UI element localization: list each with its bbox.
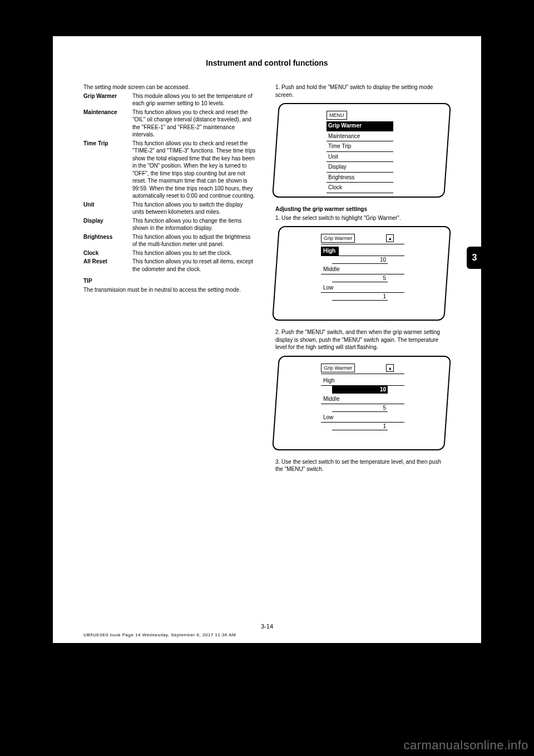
adjust-step-2: 2. Push the "MENU" switch, and then when… [275, 328, 448, 351]
gw-value-middle: 5 [381, 274, 388, 282]
def-row: BrightnessThis function allows you to ad… [83, 233, 256, 248]
grip-warmer-title-2: Grip Warmer [321, 364, 355, 372]
menu-item-display[interactable]: Display [327, 163, 393, 173]
settings-definitions: Grip WarmerThis module allows you to set… [83, 92, 256, 273]
def-desc: This function allows you to reset all it… [132, 258, 256, 273]
def-term: All Reset [83, 258, 132, 273]
adjust-step-1: 1. Use the select switch to highlight "G… [275, 214, 448, 222]
def-row: MaintenanceThis function allows you to c… [83, 109, 256, 139]
def-row: All ResetThis function allows you to res… [83, 258, 256, 273]
gw-value-middle-2: 5 [381, 404, 388, 411]
menu-item-maintenance[interactable]: Maintenance [327, 132, 393, 142]
gw-row-middle-2: Middle 5 [321, 395, 404, 412]
def-term: Grip Warmer [83, 92, 132, 107]
gw-row-high: High 10 [321, 247, 404, 264]
menu-box: MENU Grip Warmer Maintenance Time Trip U… [327, 111, 393, 194]
adjust-heading: Adjusting the grip warmer settings [275, 205, 448, 213]
gw-value-high-2[interactable]: 10 [378, 385, 388, 393]
def-row: ClockThis function allows you to set the… [83, 249, 256, 257]
menu-item-clock[interactable]: Clock [327, 183, 393, 193]
left-column: The setting mode screen can be accessed.… [83, 84, 256, 294]
tip-heading: TIP [83, 277, 256, 285]
gw-value-low: 1 [381, 293, 388, 301]
def-term: Time Trip [83, 140, 132, 200]
def-desc: This function allows you to set the cloc… [132, 249, 256, 257]
def-term: Display [83, 217, 132, 232]
menu-item-grip-warmer[interactable]: Grip Warmer [327, 121, 393, 131]
menu-item-brightness[interactable]: Brightness [327, 173, 393, 183]
gw-value-high: 10 [378, 256, 388, 264]
gw-row-low: Low 1 [321, 283, 404, 301]
gw-label-low[interactable]: Low [321, 283, 337, 293]
menu-screen-figure: MENU Grip Warmer Maintenance Time Trip U… [272, 103, 451, 198]
def-term: Maintenance [83, 109, 132, 139]
def-desc: This function allows you to check and re… [132, 140, 256, 200]
gw-row-high-2: High 10 [321, 376, 404, 394]
def-term: Unit [83, 201, 132, 216]
intro-text: The setting mode screen can be accessed. [83, 84, 256, 91]
def-row: Grip WarmerThis module allows you to set… [83, 92, 256, 107]
grip-warmer-screen-2: Grip Warmer ▴ High 10 Middle 5 Low 1 [272, 356, 451, 450]
def-desc: This function allows you to change the i… [132, 217, 256, 232]
menu-item-unit[interactable]: Unit [327, 153, 393, 163]
gw-label-middle-2[interactable]: Middle [321, 395, 343, 404]
step-1-text: 1. Push and hold the "MENU" switch to di… [275, 84, 448, 99]
def-desc: This function allows you to check and re… [132, 109, 256, 139]
gw-label-high-2[interactable]: High [321, 376, 338, 386]
return-icon[interactable]: ▴ [386, 364, 394, 372]
page-header: Instrument and control functions [53, 58, 481, 67]
def-term: Brightness [83, 233, 132, 248]
def-desc: This function allows you to switch the d… [132, 201, 256, 216]
gw-label-high[interactable]: High [321, 247, 339, 256]
gw-row-low-2: Low 1 [321, 413, 404, 430]
grip-warmer-box-2: Grip Warmer ▴ High 10 Middle 5 Low 1 [321, 364, 404, 431]
menu-label: MENU [327, 111, 347, 120]
page-number: 3-14 [53, 623, 481, 630]
return-icon[interactable]: ▴ [386, 234, 394, 242]
def-row: DisplayThis function allows you to chang… [83, 217, 256, 232]
manual-page: Instrument and control functions 3 The s… [53, 36, 481, 643]
def-desc: This function allows you to adjust the b… [132, 233, 256, 248]
adjust-step-3: 3. Use the select switch to set the temp… [275, 458, 448, 473]
gw-row-middle: Middle 5 [321, 265, 404, 282]
tip-body: The transmission must be in neutral to a… [83, 286, 256, 294]
gw-value-low-2: 1 [381, 422, 388, 430]
right-column: 1. Push and hold the "MENU" switch to di… [275, 84, 448, 474]
def-term: Clock [83, 249, 132, 257]
def-row: Time TripThis function allows you to che… [83, 140, 256, 200]
def-row: UnitThis function allows you to switch t… [83, 201, 256, 216]
grip-warmer-screen-1: Grip Warmer ▴ High 10 Middle 5 Low 1 [272, 226, 451, 321]
grip-warmer-title: Grip Warmer [321, 234, 355, 243]
footer-code: UB5UE0E0.book Page 14 Wednesday, Septemb… [83, 632, 236, 637]
grip-warmer-box: Grip Warmer ▴ High 10 Middle 5 Low 1 [321, 234, 404, 302]
gw-label-low-2[interactable]: Low [321, 413, 337, 423]
watermark: carmanualsonline.info [403, 738, 528, 753]
gw-label-middle[interactable]: Middle [321, 265, 343, 274]
menu-item-time-trip[interactable]: Time Trip [327, 142, 393, 152]
def-desc: This module allows you to set the temper… [132, 92, 256, 107]
chapter-tab: 3 [467, 247, 482, 269]
